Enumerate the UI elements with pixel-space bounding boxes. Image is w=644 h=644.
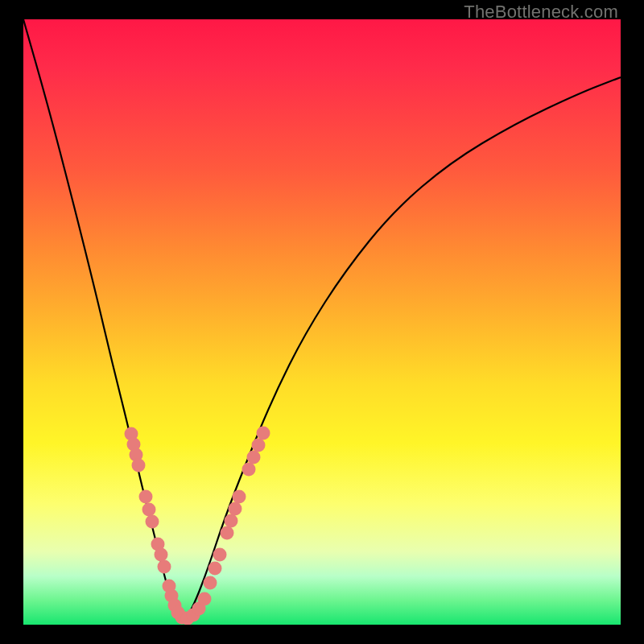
bead-point	[165, 589, 179, 603]
bead-point	[127, 438, 141, 452]
bead-point	[171, 606, 185, 620]
bead-point	[168, 599, 182, 613]
bead-point	[175, 611, 189, 625]
chart-frame	[23, 19, 621, 625]
bead-point	[198, 592, 212, 606]
gradient-plot-area	[23, 19, 621, 625]
bead-point	[213, 548, 227, 562]
bead-point	[233, 490, 246, 504]
bead-point	[208, 562, 222, 576]
bead-point	[252, 439, 266, 452]
bead-point	[142, 503, 156, 517]
bead-point	[130, 448, 143, 462]
bead-point	[132, 459, 146, 473]
bead-point	[204, 576, 217, 590]
bead-point	[125, 427, 138, 441]
bead-point	[155, 548, 168, 562]
bead-points-group	[125, 427, 270, 625]
bead-point	[187, 609, 200, 622]
watermark-text: TheBottleneck.com	[464, 2, 618, 23]
bead-point	[181, 612, 195, 625]
bead-point	[151, 538, 165, 551]
bead-point	[257, 427, 270, 440]
bead-point	[146, 515, 159, 529]
bead-point	[247, 451, 261, 464]
bead-point	[221, 526, 234, 540]
bead-point	[225, 514, 238, 528]
chart-svg	[23, 19, 621, 625]
bead-point	[139, 490, 153, 504]
bead-point	[242, 463, 256, 477]
bead-point	[163, 580, 176, 593]
bead-point	[158, 560, 171, 574]
bead-point	[192, 602, 206, 616]
bead-point	[229, 502, 242, 516]
bottleneck-curve	[23, 19, 621, 618]
